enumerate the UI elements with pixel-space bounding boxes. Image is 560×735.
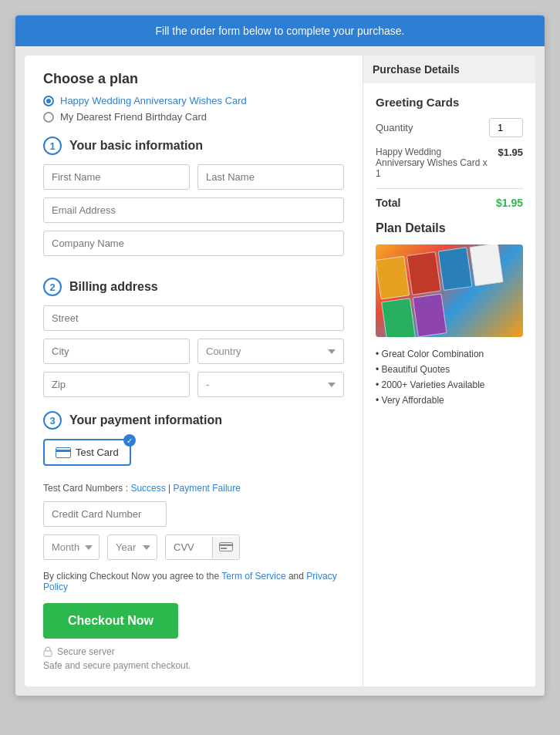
svg-rect-0 [56,447,71,457]
total-row: Total $1.95 [376,197,523,209]
item-row: Happy Wedding Anniversary Wishes Card x … [376,147,523,189]
payment-title: Your payment information [69,413,222,427]
first-name-input[interactable] [43,164,190,190]
feature-2: Beautiful Quotes [376,362,523,377]
feature-4: Very Affordable [376,393,523,408]
page-wrapper: Fill the order form below to complete yo… [15,15,545,696]
checkout-button[interactable]: Checkout Now [43,603,178,639]
lock-icon [43,646,52,657]
city-input[interactable] [43,339,190,364]
total-price: $1.95 [496,197,523,209]
collage-card-6 [412,293,447,337]
banner-text: Fill the order form below to complete yo… [156,25,405,37]
collage-card-5 [381,298,416,337]
country-select[interactable]: Country [197,339,344,364]
svg-rect-5 [44,651,52,656]
privacy-policy-link[interactable]: Privacy Policy [43,571,337,592]
credit-card-icon [56,447,71,458]
zip-state-row: - [43,372,344,397]
greeting-cards-title: Greeting Cards [376,96,523,109]
terms-text: By clicking Checkout Now you agree to th… [43,571,344,592]
plan-details-title: Plan Details [376,221,523,235]
plan-option-1[interactable]: Happy Wedding Anniversary Wishes Card [43,95,344,106]
cvv-input[interactable] [166,535,212,559]
quantity-input[interactable] [489,118,523,137]
street-input[interactable] [43,305,344,331]
terms-of-service-link[interactable]: Term of Service [221,571,285,582]
email-input[interactable] [43,197,344,223]
collage-card-4 [469,244,504,286]
test-card-numbers: Test Card Numbers : Success | Payment Fa… [43,483,344,494]
billing-title: Billing address [69,280,158,294]
card-label: Test Card [76,447,119,458]
features-list: Great Color Combination Beautiful Quotes… [376,346,523,408]
collage-card-1 [376,255,410,299]
basic-info-title: Your basic information [69,139,203,153]
last-name-input[interactable] [197,164,344,190]
plan-option-2-label: My Dearest Friend Birthday Card [60,111,207,123]
zip-input[interactable] [43,372,190,397]
radio-empty-icon [43,112,54,123]
year-select[interactable]: Year 20242025 20262027 2028 [107,534,157,560]
right-panel: Purchase Details Greeting Cards Quantity… [363,56,535,686]
secure-label: Secure server [57,646,115,657]
top-banner: Fill the order form below to complete yo… [15,15,545,46]
section-2-number: 2 [43,278,62,296]
failure-link[interactable]: Payment Failure [174,483,241,494]
svg-rect-2 [220,542,233,551]
name-row [43,164,344,190]
city-country-row: Country [43,339,344,364]
state-select[interactable]: - [197,372,344,397]
collage-card-2 [407,251,441,295]
collage-card-3 [437,247,472,291]
cvv-icon [212,537,239,558]
safe-text: Safe and secure payment checkout. [43,660,344,671]
choose-plan-section: Choose a plan Happy Wedding Anniversary … [43,71,344,123]
quantity-row: Quantity [376,118,523,137]
feature-1: Great Color Combination [376,346,523,362]
svg-rect-1 [56,450,71,452]
plan-option-1-label: Happy Wedding Anniversary Wishes Card [60,95,247,106]
purchase-details-header: Purchase Details [363,56,535,83]
plan-image-collage [376,244,523,337]
expiry-row: Month 0102 0304 0506 0708 0910 1112 Year… [43,534,344,560]
content-area: Choose a plan Happy Wedding Anniversary … [25,56,535,686]
section-1-number: 1 [43,137,62,155]
cc-number-input[interactable] [43,501,167,527]
cc-input-wrapper [43,501,344,534]
secure-text-row: Secure server [43,646,344,657]
cvv-wrapper [165,534,240,560]
choose-plan-title: Choose a plan [43,71,344,87]
month-select[interactable]: Month 0102 0304 0506 0708 0910 1112 [43,534,100,560]
card-check-icon: ✓ [123,434,136,447]
company-input[interactable] [43,231,344,256]
billing-section-header: 2 Billing address [43,278,344,296]
feature-3: 2000+ Varieties Available [376,377,523,393]
item-price: $1.95 [498,147,523,158]
item-name: Happy Wedding Anniversary Wishes Card x … [376,147,498,179]
card-button[interactable]: Test Card ✓ [43,439,131,466]
card-button-wrapper: Test Card ✓ [43,439,344,475]
svg-rect-4 [221,548,227,549]
svg-rect-3 [219,544,233,546]
left-panel: Choose a plan Happy Wedding Anniversary … [25,56,363,686]
success-link[interactable]: Success [130,483,165,494]
basic-info-section-header: 1 Your basic information [43,137,344,155]
total-label: Total [376,197,400,209]
quantity-label: Quantity [376,122,413,133]
section-3-number: 3 [43,411,62,430]
collage-container [376,244,523,337]
radio-selected-icon [43,96,54,106]
plan-option-2[interactable]: My Dearest Friend Birthday Card [43,111,344,123]
payment-section-header: 3 Your payment information [43,411,344,430]
